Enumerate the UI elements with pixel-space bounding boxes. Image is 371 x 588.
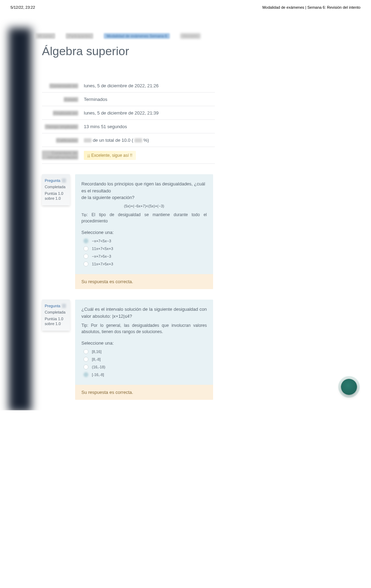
question-text: de la siguiente operación? [81,194,207,201]
question-text: ¿Cuál es el intervalo solución de la sig… [81,306,207,319]
feedback-text: ¡¡ Excelente, sigue así !! [84,151,136,160]
summary-grade: de un total de 10.0 ( %) [81,133,215,147]
summary-value: Terminados [81,93,215,106]
option-text: −x+7>5x−3 [92,254,111,258]
correct-banner: Su respuesta es correcta. [75,274,213,289]
print-header: 5/12/22, 23:22 Modalidad de exámenes | S… [0,0,371,13]
print-timestamp: 5/12/22, 23:22 [10,5,35,9]
question-info: Pregunta Completada Puntúa 1.0 sobre 1.0 [42,174,70,205]
select-label: Seleccione una: [81,230,207,235]
option-row[interactable]: (16,-18) [81,365,207,369]
option-text: (16,-18) [92,365,106,369]
select-label: Seleccione una: [81,340,207,346]
summary-row-feedback: Comentario de retroalimentación ¡¡ Excel… [42,147,215,164]
radio-icon[interactable] [83,262,88,266]
option-row[interactable]: −x+7<5x−3 [81,238,207,243]
correct-banner: Su respuesta es correcta. [75,385,213,400]
option-text: [-16,-8] [92,373,104,377]
radio-icon[interactable] [83,238,88,243]
summary-row-grade: Calificación de un total de 10.0 ( %) [42,133,215,147]
option-text: 11x+7>5x+3 [92,262,113,266]
question-grade: Puntúa 1.0 sobre 1.0 [45,191,67,201]
question-state: Completada [45,310,67,314]
main-content: Álgebra superior Comenzado en lunes, 5 d… [42,13,357,400]
radio-icon[interactable] [83,246,88,251]
summary-label: Calificación [56,138,78,143]
question-text: Recordando los principios que rigen las … [81,181,207,194]
radio-icon[interactable] [83,372,88,377]
summary-label: Comentario de retroalimentación [42,150,78,160]
summary-row: Comenzado en lunes, 5 de diciembre de 20… [42,79,215,93]
summary-value: lunes, 5 de diciembre de 2022, 21:39 [81,106,215,120]
radio-icon[interactable] [83,365,88,369]
tip-text: Tip: Por lo general, las desigualdades q… [81,322,207,335]
question-state: Completada [45,185,67,189]
option-text: 11x+7<5x+3 [92,247,113,251]
radio-icon[interactable] [83,254,88,259]
option-row[interactable]: 11x+7>5x+3 [81,262,207,266]
summary-value: 13 mins 51 segundos [81,120,215,133]
grade-value-hidden [84,138,92,142]
question-grade: Puntúa 1.0 sobre 1.0 [45,316,67,326]
page-title: Álgebra superior [42,44,357,58]
tip-label: Tip [81,213,87,217]
question-number-hidden [62,304,66,308]
summary-label: Estado [64,97,78,102]
question-formula: (5x)+(−6x+7)<(5x)+(−3) [81,203,207,209]
option-row[interactable]: [8,-8] [81,357,207,362]
summary-label: Comenzado en [49,83,78,88]
tip-text: : El tipo de desigualdad se mantiene dur… [81,212,207,223]
option-row[interactable]: 11x+7<5x+3 [81,246,207,251]
option-text: −x+7<5x−3 [92,239,111,243]
option-text: [8,16] [92,350,102,354]
question-row: Pregunta Completada Puntúa 1.0 sobre 1.0… [42,174,357,289]
question-label: Pregunta [45,178,60,183]
question-row: Pregunta Completada Puntúa 1.0 sobre 1.0… [42,300,357,400]
summary-row: Finalizado en lunes, 5 de diciembre de 2… [42,106,215,120]
question-info: Pregunta Completada Puntúa 1.0 sobre 1.0 [42,300,70,331]
question-body: Recordando los principios que rigen las … [75,174,213,289]
print-title: Modalidad de exámenes | Semana 6: Revisi… [262,5,361,9]
question-label: Pregunta [45,304,60,308]
grade-percent-hidden [134,138,142,142]
question-body: ¿Cuál es el intervalo solución de la sig… [75,300,213,400]
radio-icon[interactable] [83,357,88,362]
summary-row: Tiempo empleado 13 mins 51 segundos [42,120,215,133]
question-number-hidden [62,178,66,183]
option-text: [8,-8] [92,357,101,361]
summary-value: lunes, 5 de diciembre de 2022, 21:26 [81,79,215,93]
option-row[interactable]: [-16,-8] [81,372,207,377]
summary-label: Tiempo empleado [45,124,78,129]
option-row[interactable]: −x+7>5x−3 [81,254,207,259]
option-row[interactable]: [8,16] [81,349,207,354]
attempt-summary-table: Comenzado en lunes, 5 de diciembre de 20… [42,79,215,164]
radio-icon[interactable] [83,349,88,354]
sidebar [9,28,31,410]
summary-row: Estado Terminados [42,93,215,106]
summary-label: Finalizado en [53,111,78,116]
